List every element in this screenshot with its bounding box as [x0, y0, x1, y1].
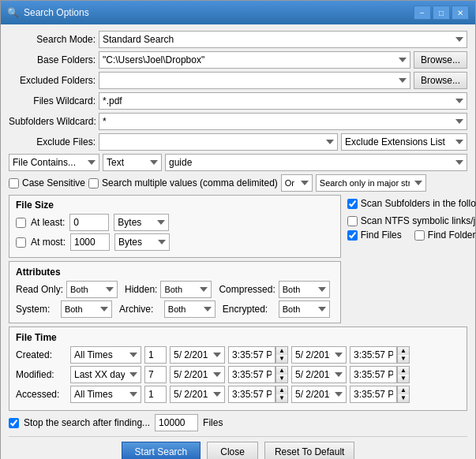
file-size-title: File Size [16, 200, 334, 211]
created-time2-input[interactable] [350, 346, 397, 364]
exclude-files-label: Exclude Files: [9, 136, 96, 147]
created-time1-input[interactable] [228, 346, 275, 364]
created-time2-up[interactable]: ▲ [398, 347, 409, 355]
created-date1-select[interactable]: 5/ 2/2016 [170, 346, 225, 364]
at-least-input[interactable] [69, 214, 109, 231]
scan-subfolders-checkbox[interactable] [347, 199, 358, 209]
case-sensitive-checkbox[interactable] [9, 178, 19, 188]
accessed-num-input[interactable] [144, 386, 167, 403]
modified-date1-select[interactable]: 5/ 2/2016 [170, 366, 225, 383]
accessed-time2-down[interactable]: ▼ [398, 394, 409, 402]
modified-time2-spinner-buttons: ▲ ▼ [397, 366, 410, 383]
created-time2-down[interactable]: ▼ [398, 355, 409, 363]
created-row: Created: All Times 5/ 2/2016 ▲ ▼ 5/ 2/20… [16, 346, 460, 364]
created-time1-up[interactable]: ▲ [276, 347, 287, 355]
modified-time-select[interactable]: Last XX days [70, 366, 141, 383]
base-folders-select[interactable]: "C:\Users\Joel\Dropbox" [99, 51, 410, 69]
exclude-files-select[interactable] [99, 133, 338, 151]
modified-date2-select[interactable]: 5/ 2/2016 [291, 366, 347, 383]
created-label: Created: [16, 349, 67, 360]
at-most-label: At most: [31, 237, 66, 248]
title-bar-left: 🔍 Search Options [7, 7, 89, 18]
at-least-bytes-select[interactable]: Bytes [114, 214, 169, 231]
at-most-bytes-select[interactable]: Bytes [114, 233, 170, 251]
archive-label: Archive: [119, 304, 161, 315]
modified-time2-input[interactable] [350, 366, 397, 383]
scan-ntfs-row: Scan NTFS symbolic links/junction points [347, 215, 476, 226]
file-time-section: File Time Created: All Times 5/ 2/2016 ▲… [9, 327, 467, 411]
at-least-checkbox[interactable] [16, 218, 26, 228]
stop-search-checkbox[interactable] [9, 418, 19, 428]
modified-time2-up[interactable]: ▲ [398, 367, 409, 375]
browse-excluded-button[interactable]: Browse... [414, 72, 467, 89]
search-multiple-checkbox[interactable] [88, 178, 99, 188]
accessed-time2-input[interactable] [350, 386, 397, 403]
file-contains-select[interactable]: File Contains... [9, 154, 99, 171]
text-value-select[interactable]: guide [165, 154, 467, 171]
modified-time2-down[interactable]: ▼ [398, 375, 409, 382]
or-select[interactable]: Or [281, 174, 313, 192]
window-title: Search Options [24, 7, 89, 18]
find-files-row: Find Files Find Folders [347, 230, 476, 241]
minimize-button[interactable]: − [414, 6, 431, 20]
modified-time1-input[interactable] [228, 366, 275, 383]
maximize-button[interactable]: □ [433, 6, 450, 20]
system-select[interactable]: Both [61, 300, 112, 318]
start-search-button[interactable]: Start Search [122, 442, 201, 459]
stop-search-label: Stop the search after finding... [24, 417, 150, 428]
bottom-buttons-row: Start Search Close Reset To Default [9, 436, 467, 459]
at-most-input[interactable] [70, 233, 110, 251]
excluded-folders-select[interactable] [99, 72, 410, 89]
accessed-time2-spinner: ▲ ▼ [350, 386, 410, 403]
text-type-select[interactable]: Text [103, 154, 162, 171]
modified-time1-down[interactable]: ▼ [276, 375, 287, 382]
subfolders-wildcard-select[interactable]: * [99, 113, 467, 130]
stop-count-input[interactable] [155, 414, 198, 431]
files-wildcard-row: Files Wildcard: *.pdf [9, 92, 467, 110]
accessed-time1-input[interactable] [228, 386, 275, 403]
search-mode-label: Search Mode: [9, 34, 96, 45]
compressed-select[interactable]: Both [279, 281, 330, 298]
find-folders-checkbox[interactable] [414, 230, 425, 241]
attributes-section: Attributes Read Only: Both Hidden: Both … [9, 261, 341, 323]
main-content: Search Mode: Standard Search Base Folder… [1, 24, 475, 459]
created-time1-down[interactable]: ▼ [276, 355, 287, 363]
exclude-extensions-select[interactable]: Exclude Extensions List [341, 133, 467, 151]
title-bar: 🔍 Search Options − □ ✕ [1, 1, 475, 24]
modified-label: Modified: [16, 369, 67, 380]
at-most-checkbox[interactable] [16, 237, 26, 248]
accessed-time1-spinner-buttons: ▲ ▼ [275, 386, 288, 403]
accessed-date1-select[interactable]: 5/ 2/2016 [170, 386, 225, 403]
created-date2-select[interactable]: 5/ 2/2016 [291, 346, 347, 364]
modified-time2-spinner: ▲ ▼ [350, 366, 410, 383]
accessed-time2-up[interactable]: ▲ [398, 386, 409, 394]
search-mode-select[interactable]: Standard Search [99, 31, 467, 48]
encrypted-select[interactable]: Both [279, 300, 330, 318]
hidden-select[interactable]: Both [160, 281, 212, 298]
accessed-time-select[interactable]: All Times [70, 386, 141, 403]
find-files-checkbox[interactable] [347, 230, 358, 241]
find-folders-group: Find Folders [414, 230, 476, 241]
reset-button[interactable]: Reset To Default [264, 442, 355, 459]
modified-time1-up[interactable]: ▲ [276, 367, 287, 375]
base-folders-row: Base Folders: "C:\Users\Joel\Dropbox" Br… [9, 51, 467, 69]
find-folders-label: Find Folders [428, 230, 476, 241]
modified-num-input[interactable] [144, 366, 167, 383]
files-wildcard-select[interactable]: *.pdf [99, 92, 467, 110]
modified-row: Modified: Last XX days 5/ 2/2016 ▲ ▼ 5/ … [16, 366, 460, 383]
right-col: Scan Subfolders in the following depth: … [347, 195, 476, 327]
subfolders-wildcard-row: Subfolders Wildcard: * [9, 113, 467, 130]
created-time-select[interactable]: All Times [70, 346, 141, 364]
browse-base-button[interactable]: Browse... [414, 51, 467, 69]
close-button[interactable]: Close [207, 442, 258, 459]
close-window-button[interactable]: ✕ [452, 6, 469, 20]
search-multiple-label: Search multiple values (comma delimited) [102, 177, 278, 188]
created-num-input[interactable] [144, 346, 167, 364]
archive-select[interactable]: Both [164, 300, 216, 318]
accessed-time1-up[interactable]: ▲ [276, 386, 287, 394]
search-major-select[interactable]: Search only in major stre [316, 174, 426, 192]
scan-ntfs-checkbox[interactable] [347, 216, 358, 226]
read-only-select[interactable]: Both [66, 281, 118, 298]
accessed-time1-down[interactable]: ▼ [276, 394, 287, 402]
accessed-date2-select[interactable]: 5/ 2/2016 [291, 386, 347, 403]
